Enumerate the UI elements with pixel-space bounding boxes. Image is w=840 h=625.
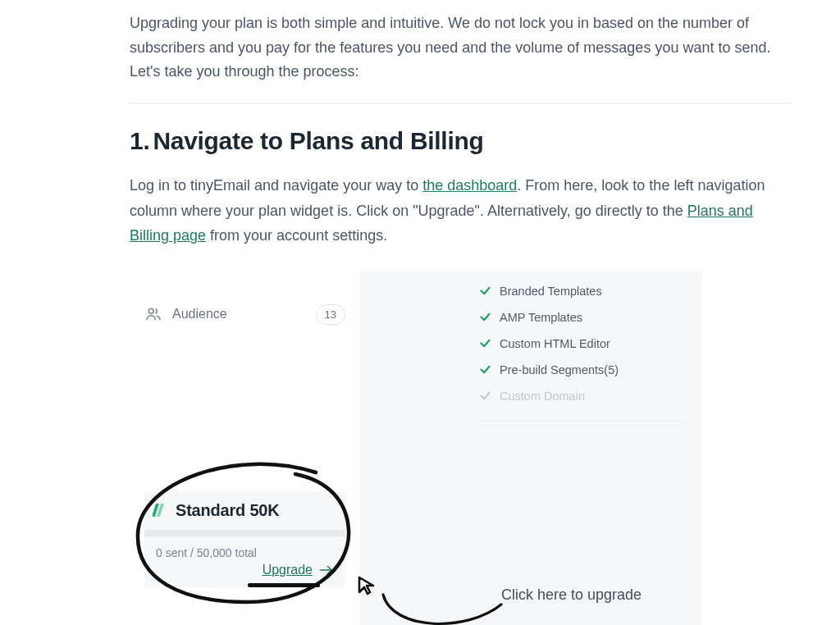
plan-widget: Standard 50K 0 sent / 50,000 total Upgra…	[144, 491, 345, 587]
check-icon	[479, 390, 491, 402]
section-body: Log in to tinyEmail and navigate your wa…	[130, 173, 791, 249]
feature-label: Branded Templates	[500, 285, 602, 298]
cursor-icon	[356, 575, 376, 596]
feature-label: AMP Templates	[500, 311, 582, 324]
check-icon	[479, 363, 491, 376]
sidebar-item-audience[interactable]: Audience 13	[144, 304, 345, 325]
feature-item: AMP Templates	[479, 304, 684, 331]
plan-usage: 0 sent / 50,000 total	[156, 546, 334, 559]
plan-header: Standard 50K	[144, 491, 345, 530]
plan-bars-icon	[153, 501, 167, 519]
upgrade-label: Upgrade	[262, 563, 313, 577]
annotation-cta-text: Click here to upgrade	[501, 586, 641, 604]
feature-item: Custom HTML Editor	[479, 331, 684, 357]
annotation-arrow	[377, 590, 508, 625]
feature-list: Branded Templates AMP Templates Custom H…	[479, 278, 684, 422]
section-heading: 1.Navigate to Plans and Billing	[130, 127, 791, 155]
screenshot-figure: Audience 13 Branded Templates AMP Templa…	[126, 271, 702, 625]
audience-label: Audience	[172, 307, 227, 322]
intro-paragraph: Upgrading your plan is both simple and i…	[130, 11, 791, 84]
annotation-cursor-group	[356, 575, 376, 596]
audience-count-badge: 13	[316, 304, 345, 325]
feature-item: Branded Templates	[479, 278, 684, 304]
feature-item: Pre-build Segments(5)	[479, 357, 684, 383]
divider	[130, 103, 791, 104]
arrow-right-icon	[319, 564, 334, 576]
feature-label: Custom HTML Editor	[500, 337, 610, 350]
check-icon	[479, 311, 491, 323]
plan-progress-bar	[144, 530, 345, 536]
svg-point-0	[148, 309, 153, 314]
feature-item-disabled: Custom Domain	[479, 383, 684, 409]
section-title-text: Navigate to Plans and Billing	[153, 127, 483, 154]
section-text-1: Log in to tinyEmail and navigate your wa…	[130, 177, 422, 194]
section-text-3: from your account settings.	[206, 227, 387, 244]
check-icon	[479, 285, 491, 297]
section-number: 1.	[130, 127, 149, 154]
check-icon	[479, 337, 491, 349]
audience-icon	[144, 305, 162, 323]
upgrade-link[interactable]: Upgrade	[262, 563, 334, 577]
dashboard-link[interactable]: the dashboard	[422, 177, 517, 194]
annotation-underline	[248, 583, 320, 587]
feature-label: Pre-build Segments(5)	[500, 363, 619, 376]
feature-label: Custom Domain	[500, 390, 585, 403]
plan-name: Standard 50K	[176, 501, 280, 520]
feature-divider	[479, 421, 684, 422]
